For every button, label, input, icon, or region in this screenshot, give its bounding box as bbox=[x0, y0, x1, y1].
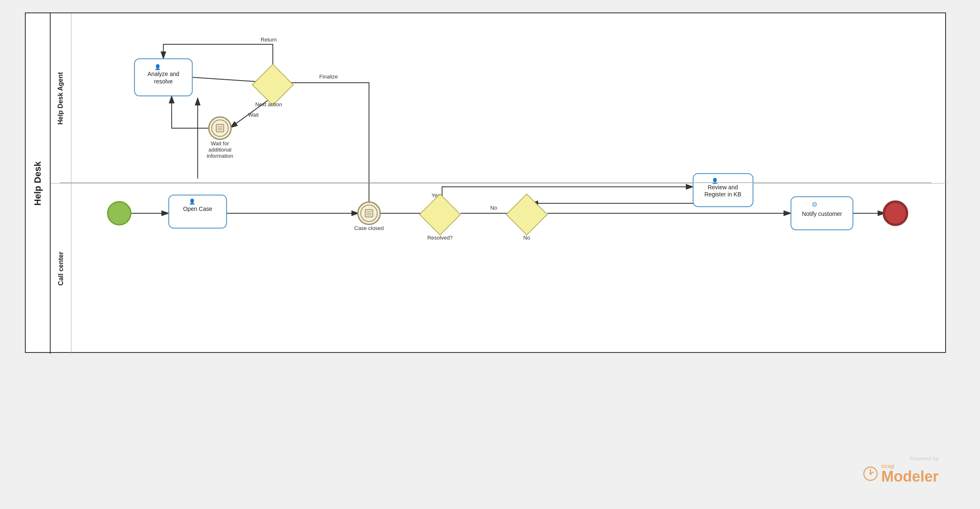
lane-callcenter: Call center bbox=[51, 184, 947, 354]
lane-callcenter-text: Call center bbox=[57, 252, 65, 286]
lane-agent-content bbox=[71, 13, 947, 183]
svg-point-3 bbox=[869, 473, 871, 475]
pool-label: Help Desk bbox=[26, 13, 51, 354]
pool-label-text: Help Desk bbox=[32, 162, 43, 206]
page: Help Desk Help Desk Agent Call center bbox=[0, 0, 980, 509]
diagram-container: Help Desk Help Desk Agent Call center bbox=[25, 12, 946, 353]
lane-agent-text: Help Desk Agent bbox=[57, 72, 65, 125]
watermark-powered-text: Powered by bbox=[910, 455, 939, 462]
bizagi-icon bbox=[863, 466, 878, 481]
lane-label-agent: Help Desk Agent bbox=[51, 13, 71, 183]
watermark-brand: bizagi Modeler bbox=[863, 463, 939, 484]
watermark: Powered by bizagi Modeler bbox=[863, 455, 939, 484]
watermark-brand-large: Modeler bbox=[881, 469, 939, 484]
watermark-text-block: bizagi Modeler bbox=[881, 463, 939, 484]
swim-lanes: Help Desk Agent Call center bbox=[51, 13, 947, 354]
lane-agent: Help Desk Agent bbox=[51, 13, 947, 184]
lane-label-callcenter: Call center bbox=[51, 184, 71, 354]
lane-callcenter-content bbox=[71, 184, 947, 354]
